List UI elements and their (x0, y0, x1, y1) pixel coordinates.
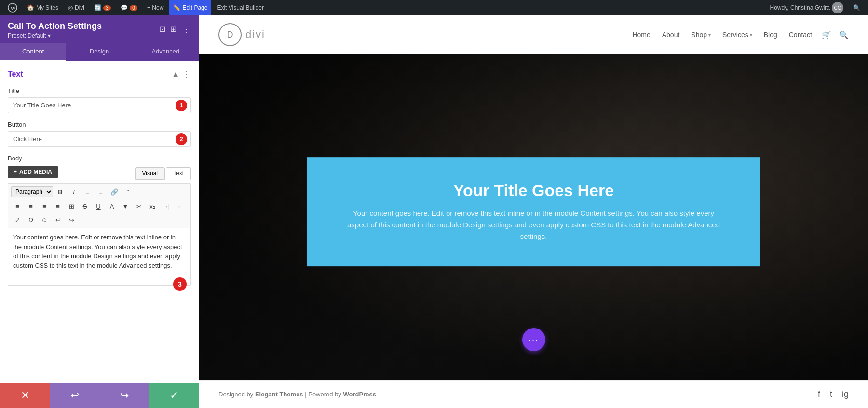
site-navigation: D divi Home About Shop ▾ Services ▾ (199, 15, 868, 54)
fullscreen-button[interactable]: ⤢ (11, 213, 24, 226)
align-right-button[interactable]: ≡ (38, 200, 51, 212)
title-input[interactable] (8, 97, 191, 113)
updates-button[interactable]: 🔄 3 (90, 0, 115, 15)
italic-button[interactable]: I (68, 185, 80, 198)
save-button[interactable]: ✓ (149, 383, 199, 408)
redo-action-button[interactable]: ↪ (99, 383, 149, 408)
float-dots-icon: ··· (529, 335, 539, 345)
cancel-button[interactable]: ✕ (0, 383, 50, 408)
cut-button[interactable]: ✂ (133, 200, 145, 212)
facebook-icon[interactable]: f (818, 389, 820, 399)
redo-button[interactable]: ↪ (65, 213, 78, 226)
more-options-icon[interactable]: ⋮ (181, 23, 191, 35)
user-greeting[interactable]: Howdy, Christina Gwira CG (766, 2, 847, 13)
button-input[interactable] (8, 131, 191, 147)
button-input-wrap: 2 (8, 131, 191, 147)
wordpress-link[interactable]: WordPress (343, 391, 376, 398)
refresh-icon: 🔄 (94, 4, 101, 11)
divi-float-button[interactable]: ··· (522, 328, 545, 351)
site-footer: Designed by Elegant Themes | Powered by … (199, 380, 868, 408)
section-controls: ▲ ⋮ (172, 69, 191, 79)
special-char-button[interactable]: Ω (25, 213, 37, 226)
admin-bar: W 🏠 My Sites ◎ Divi 🔄 3 💬 0 + New ✏️ Edi… (0, 0, 868, 15)
format-select[interactable]: Paragraph (11, 186, 53, 197)
nav-item-services[interactable]: Services ▾ (722, 31, 752, 39)
logo-circle: D (218, 23, 242, 46)
cart-icon[interactable]: 🛒 (822, 30, 831, 39)
title-field-group: Title 1 (8, 87, 191, 113)
title-input-wrap: 1 (8, 97, 191, 113)
link-button[interactable]: 🔗 (108, 185, 121, 198)
new-content-button[interactable]: + New (143, 0, 167, 15)
add-media-button[interactable]: + ADD MEDIA (8, 166, 58, 178)
nav-search-icon[interactable]: 🔍 (839, 30, 849, 39)
collapse-icon[interactable]: ▲ (172, 70, 179, 79)
wp-logo-button[interactable]: W (4, 0, 21, 15)
edit-page-button[interactable]: ✏️ Edit Page (169, 0, 211, 15)
instagram-icon[interactable]: ig (842, 389, 849, 399)
text-color-dropdown[interactable]: ▼ (119, 200, 132, 212)
text-color-button[interactable]: A (106, 200, 118, 212)
cta-body: Your content goes here. Edit or remove t… (346, 208, 722, 242)
align-center-button[interactable]: ≡ (25, 200, 37, 212)
save-icon: ✓ (170, 389, 178, 402)
title-label: Title (8, 87, 191, 94)
section-menu-icon[interactable]: ⋮ (182, 69, 191, 79)
social-links: f t ig (818, 389, 849, 399)
elegant-themes-link[interactable]: Elegant Themes (255, 391, 303, 398)
nav-item-blog[interactable]: Blog (764, 31, 777, 39)
ordered-list-button[interactable]: ≡ (95, 185, 107, 198)
svg-text:W: W (11, 5, 16, 11)
tab-advanced[interactable]: Advanced (133, 43, 199, 61)
blockquote-button[interactable]: " (122, 185, 134, 198)
unordered-list-button[interactable]: ≡ (81, 185, 94, 198)
indent-button[interactable]: →| (160, 200, 172, 212)
nav-item-shop[interactable]: Shop ▾ (691, 31, 711, 39)
tab-visual[interactable]: Visual (135, 167, 165, 180)
subscript-button[interactable]: x₂ (146, 200, 159, 212)
site-preview: D divi Home About Shop ▾ Services ▾ (199, 15, 868, 408)
exit-builder-label: Exit Visual Builder (217, 4, 264, 11)
footer-credit: Designed by Elegant Themes | Powered by … (218, 391, 376, 398)
tab-content[interactable]: Content (0, 43, 66, 61)
nav-icons: 🛒 🔍 (822, 30, 849, 39)
settings-panel: Call To Action Settings Preset: Default … (0, 15, 199, 408)
divi-button[interactable]: ◎ Divi (64, 0, 88, 15)
body-badge: 3 (173, 277, 187, 291)
button-field-group: Button 2 (8, 121, 191, 147)
table-button[interactable]: ⊞ (65, 200, 78, 212)
undo-icon: ↩ (70, 389, 79, 402)
undo-button[interactable]: ↩ (52, 213, 64, 226)
admin-search-button[interactable]: 🔍 (849, 4, 864, 11)
body-text-area[interactable]: Your content goes here. Edit or remove t… (8, 228, 191, 286)
tab-design[interactable]: Design (66, 43, 132, 61)
site-menu: Home About Shop ▾ Services ▾ Blog Contac (632, 31, 812, 39)
preset-selector[interactable]: Preset: Default ▾ (8, 32, 102, 39)
divi-icon: ◎ (68, 4, 73, 11)
emoji-button[interactable]: ☺ (38, 213, 51, 226)
body-field-group: Body + ADD MEDIA Visual Text (8, 155, 191, 286)
services-chevron-icon: ▾ (750, 32, 752, 38)
underline-button[interactable]: U (92, 200, 105, 212)
nav-item-contact[interactable]: Contact (789, 31, 812, 39)
admin-bar-right: Howdy, Christina Gwira CG 🔍 (766, 2, 864, 13)
cta-module[interactable]: Your Title Goes Here Your content goes h… (307, 157, 760, 266)
undo-action-button[interactable]: ↩ (50, 383, 99, 408)
exit-builder-button[interactable]: Exit Visual Builder (213, 0, 268, 15)
strikethrough-button[interactable]: S (79, 200, 91, 212)
logo-d: D (227, 30, 233, 40)
comments-button[interactable]: 💬 0 (117, 0, 141, 15)
my-sites-button[interactable]: 🏠 My Sites (23, 0, 62, 15)
site-logo: D divi (218, 23, 265, 46)
nav-item-about[interactable]: About (662, 31, 680, 39)
expand-icon[interactable]: ⊞ (170, 25, 176, 34)
restore-icon[interactable]: ⊡ (159, 25, 165, 34)
nav-item-home[interactable]: Home (632, 31, 650, 39)
align-justify-button[interactable]: ≡ (52, 200, 64, 212)
bold-button[interactable]: B (54, 185, 67, 198)
align-left-button[interactable]: ≡ (11, 200, 24, 212)
tab-text[interactable]: Text (166, 167, 191, 180)
outdent-button[interactable]: |← (173, 200, 186, 212)
twitter-icon[interactable]: t (830, 389, 832, 399)
body-label: Body (8, 155, 191, 162)
